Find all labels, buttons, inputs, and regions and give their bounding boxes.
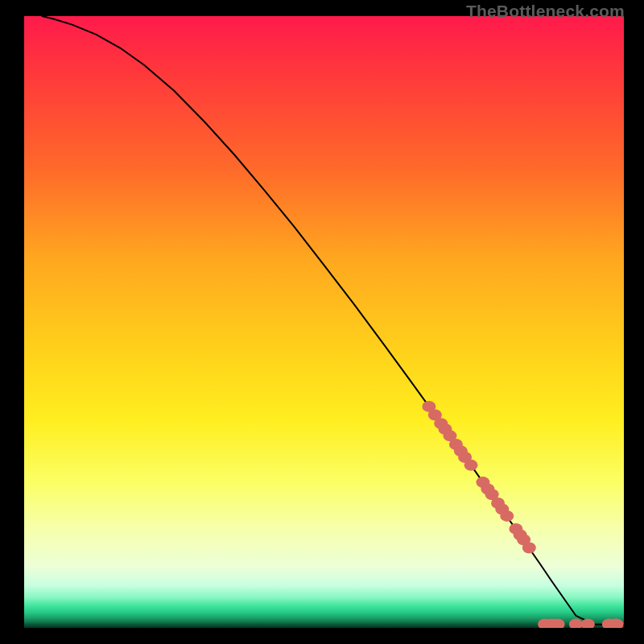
marker-point [500, 510, 514, 522]
marker-point [569, 618, 583, 628]
stage: TheBottleneck.com [0, 0, 644, 644]
curve-line [42, 16, 624, 625]
chart-overlay [24, 16, 624, 628]
plot-area [24, 16, 624, 628]
scatter-markers [422, 401, 623, 628]
marker-point [522, 542, 536, 553]
marker-point [464, 460, 478, 471]
marker-point [581, 618, 595, 628]
watermark-label: TheBottleneck.com [466, 2, 625, 21]
